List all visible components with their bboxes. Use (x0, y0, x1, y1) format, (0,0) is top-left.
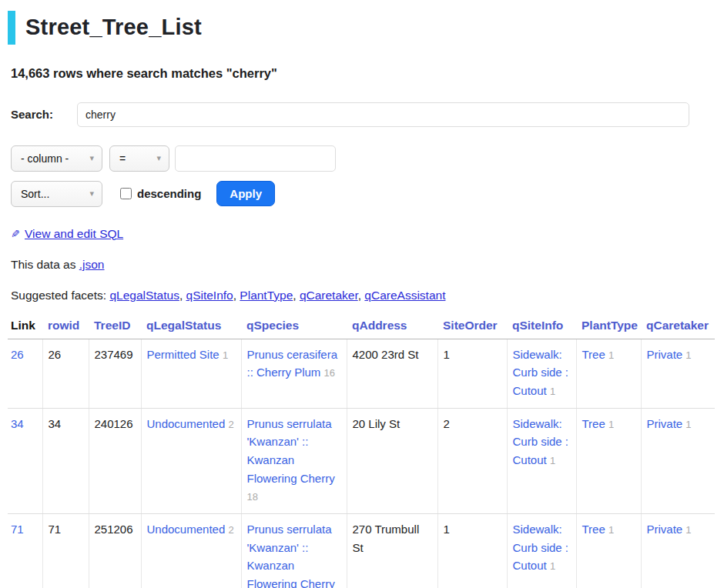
column-header-PlantType: PlantType (576, 317, 641, 339)
page-title: Street_Tree_List (8, 11, 713, 45)
column-sort-link[interactable]: rowid (48, 319, 79, 332)
facet-count: 1 (550, 386, 555, 397)
page-title-text: Street_Tree_List (25, 15, 202, 39)
column-header-qLegalStatus: qLegalStatus (141, 317, 241, 339)
pencil-icon: ✎ (11, 228, 20, 240)
cell-Link: 71 (8, 514, 42, 588)
facet-count: 1 (550, 455, 555, 466)
cell-TreeID: 237469 (89, 339, 141, 408)
facet-value-link[interactable]: Tree (582, 348, 605, 361)
facet-value-link[interactable]: Permitted Site (147, 348, 220, 361)
chevron-down-icon: ▾ (89, 153, 94, 163)
cell-qSpecies: Prunus cerasifera :: Cherry Plum 16 (241, 339, 347, 408)
facet-value-link[interactable]: Sidewalk: Curb side : Cutout (513, 348, 569, 397)
facet-count: 1 (608, 524, 614, 536)
cell-qAddress: 270 Trumbull St (347, 514, 437, 588)
json-export-link[interactable]: .json (79, 258, 105, 271)
column-sort-link[interactable]: SiteOrder (443, 319, 498, 332)
column-filter-select[interactable]: - column - ▾ (11, 145, 102, 172)
suggested-facets: Suggested facets: qLegalStatus, qSiteInf… (11, 289, 713, 302)
sql-row: ✎ View and edit SQL (11, 227, 713, 241)
row-link[interactable]: 26 (11, 348, 24, 361)
column-header-Link: Link (8, 317, 42, 339)
sort-select[interactable]: Sort... ▾ (11, 181, 102, 207)
facet-value-link[interactable]: Private (647, 348, 683, 361)
search-input[interactable] (77, 102, 689, 127)
column-header-qCaretaker: qCaretaker (641, 317, 715, 339)
search-row: Search: (11, 102, 713, 127)
cell-PlantType: Tree 1 (576, 408, 641, 513)
cell-rowid: 26 (42, 339, 89, 408)
cell-TreeID: 251206 (89, 514, 141, 588)
facet-value-link[interactable]: Sidewalk: Curb side : Cutout (513, 417, 569, 466)
column-header-SiteOrder: SiteOrder (437, 317, 507, 339)
facet-value-link[interactable]: Undocumented (147, 417, 226, 430)
column-header-rowid: rowid (42, 317, 89, 339)
chevron-down-icon: ▾ (156, 153, 161, 163)
cell-Link: 34 (8, 408, 42, 513)
filter-value-input[interactable] (175, 145, 336, 172)
row-link[interactable]: 71 (11, 523, 24, 536)
row-link[interactable]: 34 (11, 417, 24, 430)
table-row: 7171251206Undocumented 2Prunus serrulata… (8, 514, 715, 588)
facet-value-link[interactable]: Private (647, 523, 683, 536)
cell-SiteOrder: 1 (437, 514, 507, 588)
cell-qAddress: 4200 23rd St (347, 339, 437, 408)
facet-count: 1 (550, 560, 555, 572)
facet-value-link[interactable]: Tree (582, 523, 605, 536)
column-header-qSpecies: qSpecies (241, 317, 347, 339)
export-prefix: This data as (11, 258, 75, 271)
cell-qCaretaker: Private 1 (641, 339, 715, 408)
facets-prefix: Suggested facets: (11, 289, 106, 302)
descending-label: descending (137, 187, 201, 200)
facet-suggestion-link[interactable]: qLegalStatus (109, 289, 179, 302)
descending-checkbox[interactable] (120, 188, 132, 199)
facet-count: 1 (608, 419, 614, 430)
search-label: Search: (11, 108, 77, 121)
cell-SiteOrder: 1 (437, 339, 507, 408)
facet-suggestion-link[interactable]: qCareAssistant (364, 289, 445, 302)
column-sort-link[interactable]: qAddress (352, 319, 407, 332)
row-count-summary: 14,663 rows where search matches "cherry… (11, 66, 713, 81)
facet-value-link[interactable]: Undocumented (147, 523, 226, 536)
column-sort-link[interactable]: PlantType (582, 319, 638, 332)
sort-select-value: Sort... (21, 188, 49, 200)
cell-Link: 26 (8, 339, 42, 408)
cell-qLegalStatus: Undocumented 2 (141, 514, 241, 588)
column-header-qSiteInfo: qSiteInfo (507, 317, 576, 339)
cell-rowid: 71 (42, 514, 89, 588)
facet-count: 1 (223, 349, 228, 361)
cell-qSpecies: Prunus serrulata 'Kwanzan' :: Kwanzan Fl… (241, 408, 347, 513)
cell-qCaretaker: Private 1 (641, 408, 715, 513)
facet-count: 1 (685, 524, 691, 536)
operator-value: = (119, 152, 126, 165)
facet-suggestion-link[interactable]: qCaretaker (300, 289, 358, 302)
facet-suggestion-link[interactable]: qSiteInfo (186, 289, 233, 302)
column-sort-link[interactable]: qCaretaker (646, 319, 709, 332)
column-sort-link[interactable]: qLegalStatus (146, 319, 221, 332)
view-edit-sql-link[interactable]: View and edit SQL (25, 227, 123, 240)
cell-PlantType: Tree 1 (576, 339, 641, 408)
facet-value-link[interactable]: Prunus serrulata 'Kwanzan' :: Kwanzan Fl… (247, 523, 335, 588)
cell-qSiteInfo: Sidewalk: Curb side : Cutout 1 (507, 408, 576, 513)
facet-count: 2 (228, 419, 233, 430)
operator-select[interactable]: = ▾ (109, 145, 169, 172)
column-sort-link[interactable]: TreeID (94, 319, 130, 332)
facet-count: 2 (228, 524, 233, 536)
column-header-TreeID: TreeID (89, 317, 141, 339)
apply-button[interactable]: Apply (216, 181, 275, 206)
column-sort-link[interactable]: qSpecies (246, 319, 299, 332)
facet-value-link[interactable]: Tree (582, 417, 605, 430)
cell-qSiteInfo: Sidewalk: Curb side : Cutout 1 (507, 514, 576, 588)
cell-TreeID: 240126 (89, 408, 141, 513)
facet-value-link[interactable]: Private (647, 417, 683, 430)
facet-value-link[interactable]: Sidewalk: Curb side : Cutout (513, 523, 569, 572)
filter-row: - column - ▾ = ▾ (11, 145, 713, 172)
sort-row: Sort... ▾ descending Apply (11, 181, 713, 207)
facet-suggestion-link[interactable]: PlantType (240, 289, 293, 302)
column-sort-link[interactable]: qSiteInfo (512, 319, 563, 332)
table-row: 2626237469Permitted Site 1Prunus cerasif… (8, 339, 715, 408)
facet-count: 1 (685, 419, 691, 430)
facet-value-link[interactable]: Prunus serrulata 'Kwanzan' :: Kwanzan Fl… (247, 417, 335, 485)
cell-qSpecies: Prunus serrulata 'Kwanzan' :: Kwanzan Fl… (241, 514, 347, 588)
